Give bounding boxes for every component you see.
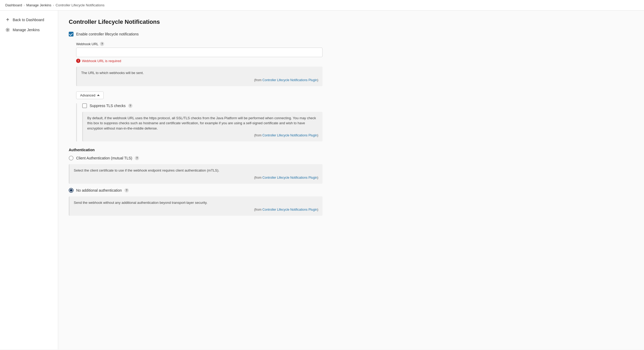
client-auth-info-box: Select the client certificate to use if … [69,164,323,184]
chevron-up-icon [97,94,100,96]
suppress-tls-info-box: By default, if the webhook URL uses the … [82,112,323,142]
no-auth-info-box: Send the webhook without any additional … [69,196,323,216]
client-auth-row: Client Authentication (mutual TLS) ? [69,156,323,160]
svg-point-0 [7,29,8,31]
webhook-source-prefix: (from [254,78,262,82]
client-auth-radio[interactable] [69,156,73,160]
webhook-info-box: The URL to which webhooks will be sent. … [76,67,323,86]
enable-row: Enable controller lifecycle notification… [69,32,323,36]
no-auth-radio[interactable] [69,188,73,193]
client-auth-label: Client Authentication (mutual TLS) [76,156,132,160]
main-content: Controller Lifecycle Notifications Enabl… [58,11,644,349]
sidebar-manage-label: Manage Jenkins [13,28,40,32]
sidebar-item-back[interactable]: Back to Dashboard [0,15,58,25]
suppress-tls-help-icon[interactable]: ? [128,104,132,108]
no-auth-source: (from Controller Lifecycle Notifications… [74,207,318,212]
enable-checkbox[interactable] [69,32,73,36]
breadcrumb: Dashboard › Manage Jenkins › Controller … [0,0,644,11]
breadcrumb-dashboard[interactable]: Dashboard [5,3,22,7]
authentication-section: Authentication Client Authentication (mu… [69,148,323,216]
gear-icon [5,27,10,32]
advanced-toggle-button[interactable]: Advanced [76,91,104,99]
webhook-url-error: Webhook URL is required [82,59,121,63]
breadcrumb-sep-1: › [24,3,25,7]
no-auth-source-link[interactable]: Controller Lifecycle Notifications Plugi… [263,208,317,211]
sidebar-item-manage-jenkins[interactable]: Manage Jenkins [0,25,58,35]
breadcrumb-manage-jenkins[interactable]: Manage Jenkins [26,3,52,7]
advanced-section: Suppress TLS checks ? By default, if the… [76,103,323,142]
webhook-source-suffix: ) [317,78,318,82]
webhook-url-help-icon[interactable]: ? [100,42,104,46]
webhook-url-error-row: ! Webhook URL is required [76,59,323,63]
webhook-url-label-row: Webhook URL ? [76,42,323,46]
client-auth-help-icon[interactable]: ? [135,156,139,160]
sidebar-back-label: Back to Dashboard [13,18,44,22]
no-auth-info-text: Send the webhook without any additional … [74,201,208,205]
webhook-source-link[interactable]: Controller Lifecycle Notifications Plugi… [263,78,317,82]
suppress-tls-checkbox[interactable] [82,103,87,108]
webhook-info-text: The URL to which webhooks will be sent. [81,71,144,75]
client-source: (from Controller Lifecycle Notifications… [74,175,318,180]
enable-label: Enable controller lifecycle notification… [76,32,139,36]
no-auth-label: No additional authentication [76,188,122,192]
form-section: Controller Lifecycle Notifications Enabl… [69,19,323,216]
suppress-source-link[interactable]: Controller Lifecycle Notifications Plugi… [263,133,317,137]
suppress-source: (from Controller Lifecycle Notifications… [87,133,318,138]
suppress-tls-info-text: By default, if the webhook URL uses the … [87,116,316,130]
breadcrumb-current: Controller Lifecycle Notifications [56,3,104,7]
no-auth-row: No additional authentication ? [69,188,323,193]
suppress-tls-row: Suppress TLS checks ? [82,103,323,108]
client-source-link[interactable]: Controller Lifecycle Notifications Plugi… [263,176,317,179]
sidebar: Back to Dashboard Manage Jenkins [0,11,58,349]
authentication-heading: Authentication [69,148,323,152]
webhook-url-input[interactable] [76,48,323,57]
no-auth-help-icon[interactable]: ? [125,188,129,192]
webhook-source: (from Controller Lifecycle Notifications… [81,78,318,82]
suppress-tls-label: Suppress TLS checks [90,104,126,108]
page-title: Controller Lifecycle Notifications [69,19,323,25]
breadcrumb-sep-2: › [53,3,54,7]
webhook-url-label: Webhook URL [76,42,98,46]
up-arrow-icon [5,17,10,22]
error-icon: ! [76,59,80,63]
client-auth-info-text: Select the client certificate to use if … [74,168,219,172]
advanced-label: Advanced [80,93,95,97]
